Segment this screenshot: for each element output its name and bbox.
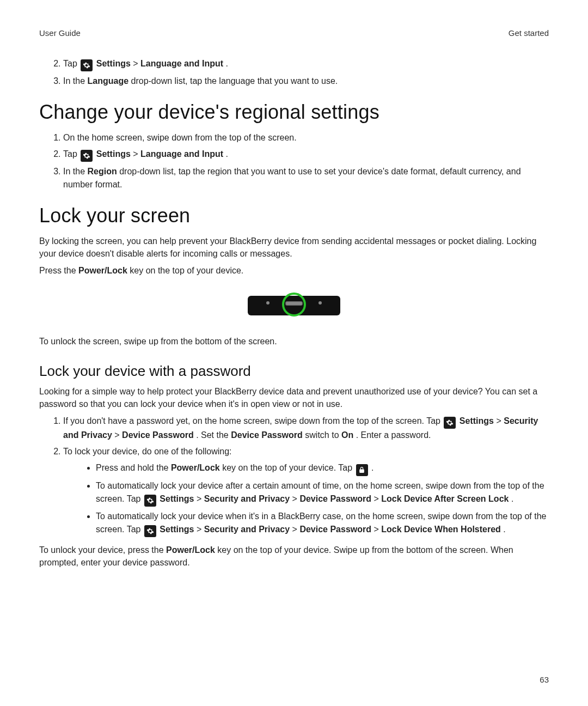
page-header: User Guide Get started: [39, 28, 549, 38]
lock-unlock: To unlock the screen, swipe up from the …: [39, 335, 549, 348]
regional-step-1: On the home screen, swipe down from the …: [63, 131, 549, 144]
phone-top-figure: [39, 289, 549, 320]
text: If you don't have a password yet, on the…: [63, 416, 443, 425]
language-input-label: Language and Input: [140, 149, 223, 159]
gear-icon: [444, 417, 456, 429]
page-number: 63: [540, 675, 549, 684]
device-password-label: Device Password: [231, 430, 303, 440]
text: .: [371, 463, 373, 472]
sep: >: [133, 59, 140, 68]
sep: >: [197, 525, 204, 534]
phone-sensor-right: [318, 301, 322, 305]
password-option-2: To automatically lock your device after …: [96, 479, 549, 507]
phone-sensor-left: [266, 301, 270, 305]
text: .: [511, 494, 513, 503]
text: drop-down list, tap the language that yo…: [131, 76, 338, 86]
text: In the: [63, 76, 87, 86]
phone-top-illustration: [248, 289, 340, 320]
phone-body: [248, 296, 340, 315]
settings-label: Settings: [96, 59, 131, 68]
lock-intro: By locking the screen, you can help prev…: [39, 235, 549, 260]
language-step-2: Tap Settings > Language and Input .: [63, 57, 549, 71]
password-option-3: To automatically lock your device when i…: [96, 510, 549, 537]
password-intro: Looking for a simple way to help protect…: [39, 385, 549, 410]
language-step-3: In the Language drop-down list, tap the …: [63, 75, 549, 88]
page: User Guide Get started Tap Settings > La…: [0, 0, 588, 706]
sep: >: [373, 494, 381, 503]
sep: >: [114, 430, 122, 440]
password-steps: If you don't have a password yet, on the…: [39, 415, 549, 537]
password-step-2: To lock your device, do one of the follo…: [63, 445, 549, 537]
sep: >: [373, 525, 381, 534]
regional-step-3: In the Region drop-down list, tap the re…: [63, 165, 549, 191]
power-lock-label: Power/Lock: [171, 463, 220, 472]
text: To unlock your device, press the: [39, 545, 166, 555]
text: drop-down list, tap the region that you …: [63, 167, 521, 189]
header-right: Get started: [509, 28, 549, 38]
device-password-label: Device Password: [299, 494, 371, 503]
lock-when-holstered-label: Lock Device When Holstered: [381, 525, 501, 534]
device-password-label: Device Password: [299, 525, 371, 534]
security-privacy-label: Security and Privacy: [204, 494, 290, 503]
text: Tap: [63, 149, 79, 159]
security-privacy-label: Security and Privacy: [204, 525, 290, 534]
password-option-1: Press and hold the Power/Lock key on the…: [96, 461, 549, 476]
lock-press: Press the Power/Lock key on the top of y…: [39, 264, 549, 277]
gear-icon: [81, 150, 93, 162]
text: switch to: [305, 430, 341, 440]
settings-label: Settings: [96, 149, 131, 159]
password-heading: Lock your device with a password: [39, 363, 549, 380]
settings-label: Settings: [160, 525, 194, 534]
sep: >: [197, 494, 204, 503]
text: . Set the: [196, 430, 231, 440]
lock-heading: Lock your screen: [39, 204, 549, 227]
password-unlock: To unlock your device, press the Power/L…: [39, 544, 549, 569]
text: Tap: [63, 59, 79, 68]
device-password-label: Device Password: [122, 430, 194, 440]
gear-icon: [144, 525, 156, 537]
settings-label: Settings: [460, 416, 494, 425]
regional-step-2: Tap Settings > Language and Input .: [63, 148, 549, 162]
sep: >: [292, 494, 300, 503]
lock-icon: [356, 464, 368, 476]
language-steps: Tap Settings > Language and Input . In t…: [39, 57, 549, 88]
power-lock-label: Power/Lock: [166, 545, 215, 555]
text: Press and hold the: [96, 463, 171, 472]
text: In the: [63, 167, 87, 176]
password-step-1: If you don't have a password yet, on the…: [63, 415, 549, 442]
lock-after-screen-lock-label: Lock Device After Screen Lock: [381, 494, 509, 503]
text: . Enter a password.: [356, 430, 431, 440]
settings-label: Settings: [160, 494, 194, 503]
sep: >: [133, 149, 140, 159]
power-lock-key: [285, 301, 303, 306]
regional-steps: On the home screen, swipe down from the …: [39, 131, 549, 191]
region-label: Region: [87, 167, 117, 176]
gear-icon: [144, 495, 156, 507]
text: .: [503, 525, 505, 534]
text: .: [226, 149, 228, 159]
text: To lock your device, do one of the follo…: [63, 447, 232, 456]
text: key on the top of your device.: [130, 266, 243, 275]
sep: >: [292, 525, 300, 534]
text: .: [226, 59, 228, 68]
language-input-label: Language and Input: [140, 59, 223, 68]
power-lock-label: Power/Lock: [78, 266, 127, 275]
text: Press the: [39, 266, 78, 275]
text: key on the top of your device. Tap: [222, 463, 354, 472]
gear-icon: [81, 59, 93, 71]
regional-heading: Change your device's regional settings: [39, 101, 549, 124]
password-options: Press and hold the Power/Lock key on the…: [63, 461, 549, 537]
language-label: Language: [87, 76, 128, 86]
on-label: On: [341, 430, 353, 440]
sep: >: [496, 416, 504, 425]
header-left: User Guide: [39, 28, 81, 38]
